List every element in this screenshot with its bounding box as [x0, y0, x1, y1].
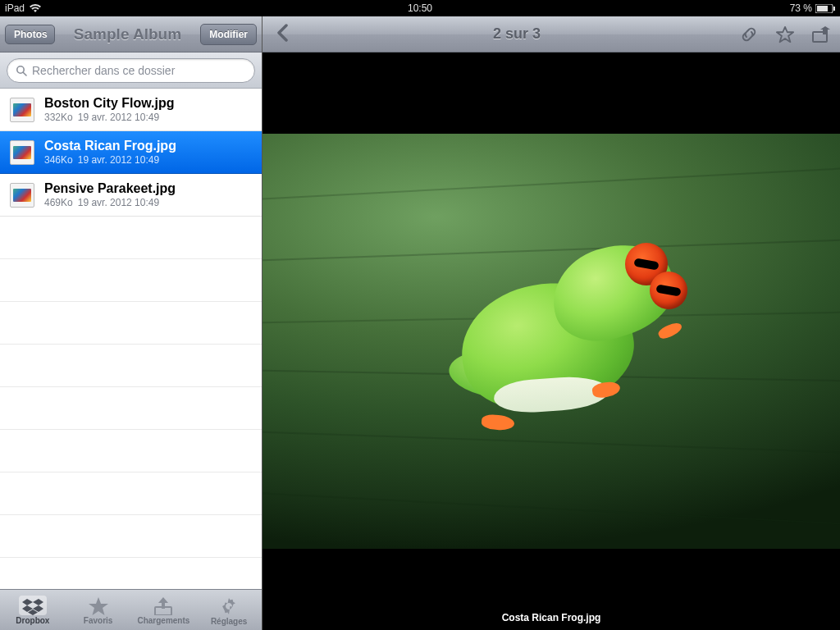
svg-rect-2	[833, 7, 835, 11]
empty-row	[0, 259, 262, 302]
upload-icon	[153, 597, 173, 615]
back-button[interactable]: Photos	[5, 25, 55, 44]
battery-percent: 73 %	[790, 2, 812, 14]
link-icon[interactable]	[740, 25, 758, 43]
tab-label: Chargements	[137, 616, 189, 625]
empty-row	[0, 472, 262, 515]
tabbar: Dropbox Favoris Chargements Réglages	[0, 589, 262, 630]
search-row	[0, 52, 262, 89]
tab-favorites[interactable]: Favoris	[66, 590, 131, 630]
empty-row	[0, 345, 262, 387]
star-icon[interactable]	[776, 25, 794, 43]
device-label: iPad	[5, 2, 25, 14]
preview-actions	[740, 25, 832, 43]
file-row[interactable]: Costa Rican Frog.jpg 346Ko19 avr. 2012 1…	[0, 131, 262, 174]
clock: 10:50	[408, 2, 432, 14]
file-meta: 332Ko19 avr. 2012 10:49	[44, 112, 252, 123]
edit-button[interactable]: Modifier	[200, 24, 257, 45]
battery-icon	[815, 4, 835, 13]
star-icon	[89, 597, 108, 615]
preview-title: 2 sur 3	[307, 25, 727, 43]
file-meta: 346Ko19 avr. 2012 10:49	[44, 154, 252, 166]
tab-dropbox[interactable]: Dropbox	[0, 590, 66, 630]
file-thumbnail-icon	[10, 98, 34, 122]
share-icon[interactable]	[812, 26, 832, 43]
preview-image	[262, 134, 840, 550]
tab-label: Favoris	[84, 616, 113, 625]
file-thumbnail-icon	[10, 140, 34, 165]
wifi-icon	[30, 3, 41, 13]
preview-body[interactable]: Costa Rican Frog.jpg	[262, 52, 840, 630]
svg-rect-1	[817, 6, 828, 11]
file-name: Costa Rican Frog.jpg	[44, 139, 252, 153]
tab-settings[interactable]: Réglages	[196, 590, 262, 630]
file-row[interactable]: Boston City Flow.jpg 332Ko19 avr. 2012 1…	[0, 89, 262, 131]
search-icon	[16, 65, 27, 76]
file-list[interactable]: Boston City Flow.jpg 332Ko19 avr. 2012 1…	[0, 89, 262, 589]
gear-icon	[219, 596, 239, 616]
empty-row	[0, 515, 262, 558]
sidebar-title: Sample Album	[62, 25, 194, 43]
preview-caption: Costa Rican Frog.jpg	[262, 612, 840, 623]
svg-line-4	[23, 72, 26, 75]
status-bar: iPad 10:50 73 %	[0, 0, 840, 16]
file-thumbnail-icon	[10, 183, 34, 208]
search-field[interactable]	[7, 58, 255, 83]
empty-row	[0, 430, 262, 472]
search-input[interactable]	[32, 64, 246, 77]
tab-label: Réglages	[211, 617, 247, 626]
file-name: Boston City Flow.jpg	[44, 96, 252, 111]
sidebar: Photos Sample Album Modifier Boston City…	[0, 16, 262, 630]
file-row[interactable]: Pensive Parakeet.jpg 469Ko19 avr. 2012 1…	[0, 174, 262, 217]
preview-back-button[interactable]	[271, 19, 294, 50]
tab-label: Dropbox	[16, 616, 49, 625]
empty-row	[0, 217, 262, 259]
preview-pane: 2 sur 3	[262, 16, 840, 630]
tab-uploads[interactable]: Chargements	[131, 590, 197, 630]
preview-header: 2 sur 3	[262, 16, 840, 52]
empty-row	[0, 302, 262, 345]
file-name: Pensive Parakeet.jpg	[44, 181, 252, 196]
sidebar-header: Photos Sample Album Modifier	[0, 16, 262, 52]
file-meta: 469Ko19 avr. 2012 10:49	[44, 197, 252, 208]
dropbox-icon	[22, 597, 43, 615]
empty-row	[0, 387, 262, 430]
